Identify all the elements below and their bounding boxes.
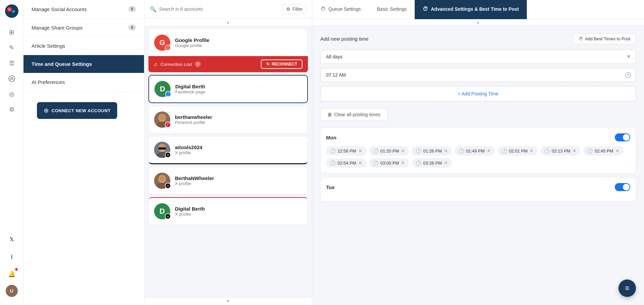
tab-queue-settings[interactable]: ⏱ Queue Settings xyxy=(312,0,369,19)
tab-advanced-settings[interactable]: ⏱ Advanced Settings & Best Time to Post xyxy=(415,0,527,19)
time-input-wrap: 🕐 xyxy=(320,68,636,82)
svg-point-4 xyxy=(12,10,14,12)
time-chip: 🕐 01:49 PM ✕ xyxy=(455,146,495,156)
search-icon: 🔍 xyxy=(150,6,156,12)
right-panel: ⏱ Queue Settings Basic Settings ⏱ Advanc… xyxy=(312,0,644,305)
time-chip: 🕐 02:01 PM ✕ xyxy=(498,146,538,156)
posting-time-section: Add new posting time ⏱ Add Best Times to… xyxy=(320,33,636,108)
nav-twitter[interactable]: 𝕏 xyxy=(5,232,18,246)
remove-time-chip[interactable]: ✕ xyxy=(358,160,362,166)
account-card-aitools-x[interactable]: ✕ aitools2024 X profile xyxy=(148,136,308,164)
user-avatar[interactable]: U xyxy=(6,285,18,297)
avatar-wrap-aitools: ✕ xyxy=(154,142,170,158)
platform-badge-x-aitools: ✕ xyxy=(165,152,171,158)
toggle-mon[interactable] xyxy=(615,133,630,141)
avatar-wrap-berthanwheeler-x: ✕ xyxy=(154,173,170,189)
day-section-tue: Tue xyxy=(320,177,636,202)
nav-compose[interactable]: ✎ xyxy=(5,41,18,54)
time-clock-icon: 🕐 xyxy=(625,72,631,78)
nav-dashboard[interactable]: ⊞ xyxy=(5,26,18,39)
avatar-wrap-google: G G xyxy=(154,35,170,51)
time-chip: 🕐 02:13 PM ✕ xyxy=(540,146,581,156)
svg-rect-16 xyxy=(163,147,166,149)
sidebar-item-manage-share[interactable]: Manage Share Groups 0 xyxy=(24,18,144,37)
chat-button[interactable]: ≡ xyxy=(618,279,636,297)
svg-point-0 xyxy=(5,4,18,18)
remove-time-chip[interactable]: ✕ xyxy=(572,148,577,154)
reconnect-button[interactable]: ↻ RECONNECT xyxy=(261,59,303,69)
day-section-mon: Mon 🕐 12:58 PM ✕ 🕐 01:20 PM ✕ 🕐 01:26 PM xyxy=(320,128,636,173)
time-chip: 🕐 03:28 PM ✕ xyxy=(412,158,452,168)
remove-time-chip[interactable]: ✕ xyxy=(487,148,491,154)
app-logo[interactable] xyxy=(5,4,19,18)
queue-settings-icon: ⏱ xyxy=(320,6,326,12)
nav-posts[interactable]: ☰ xyxy=(5,56,18,70)
add-posting-time-button[interactable]: + Add Posting Time xyxy=(320,86,636,101)
filter-button[interactable]: ⚙ Filter xyxy=(282,4,307,14)
error-icon: ⚠ xyxy=(154,62,158,67)
sidebar-item-time-queue[interactable]: Time and Queue Settings xyxy=(24,55,144,73)
connection-error-banner: ⚠ Connection Lost ? ↻ RECONNECT xyxy=(148,56,308,72)
time-chip: 🕐 02:45 PM ✕ xyxy=(583,146,624,156)
toggle-tue[interactable] xyxy=(615,183,630,191)
right-panel-header: ⏱ Queue Settings Basic Settings ⏱ Advanc… xyxy=(312,0,644,19)
trash-icon: 🗑 xyxy=(327,112,332,117)
search-input[interactable] xyxy=(159,6,280,12)
remove-time-chip[interactable]: ✕ xyxy=(444,148,448,154)
account-card-digitalberth-fb[interactable]: D f Digital Berth Facebook page xyxy=(148,75,308,103)
add-best-times-button[interactable]: ⏱ Add Best Times to Post xyxy=(573,33,636,44)
accounts-list: G G Google Profile Google profile ⚠ Conn… xyxy=(144,26,312,297)
time-chips-mon: 🕐 12:58 PM ✕ 🕐 01:20 PM ✕ 🕐 01:26 PM ✕ 🕐… xyxy=(326,146,630,168)
remove-time-chip[interactable]: ✕ xyxy=(401,160,405,166)
svg-rect-15 xyxy=(158,147,162,149)
days-dropdown[interactable]: All days Weekdays Weekends Monday Tuesda… xyxy=(320,50,636,64)
scroll-up-arrow[interactable]: ▲ xyxy=(226,20,230,25)
nav-rss[interactable] xyxy=(5,72,18,85)
reconnect-icon: ↻ xyxy=(266,62,270,67)
remove-time-chip[interactable]: ✕ xyxy=(401,148,405,154)
remove-time-chip[interactable]: ✕ xyxy=(615,148,619,154)
avatar-wrap-berthanwheeler-p: P xyxy=(154,112,170,128)
chat-icon: ≡ xyxy=(625,284,630,293)
svg-point-9 xyxy=(159,115,165,121)
right-panel-content: Add new posting time ⏱ Add Best Times to… xyxy=(312,25,644,305)
advanced-settings-icon: ⏱ xyxy=(423,6,428,12)
time-chip: 🕐 01:26 PM ✕ xyxy=(412,146,452,156)
nav-notifications[interactable]: 🔔 xyxy=(5,267,18,281)
account-card-berthanwheeler-x[interactable]: ✕ BerthaNWheeler X profile xyxy=(148,167,308,194)
time-input[interactable] xyxy=(320,68,636,82)
section-header: Add new posting time ⏱ Add Best Times to… xyxy=(320,33,636,44)
account-card-google[interactable]: G G Google Profile Google profile ⚠ Conn… xyxy=(148,29,308,72)
error-help-icon[interactable]: ? xyxy=(195,61,201,67)
sidebar-item-manage-social[interactable]: Manage Social Accounts 6 xyxy=(24,0,144,18)
sidebar-item-article-settings[interactable]: Article Settings xyxy=(24,37,144,55)
platform-badge-x-digital: ✕ xyxy=(165,213,171,219)
best-times-icon: ⏱ xyxy=(579,36,583,41)
svg-point-20 xyxy=(159,176,165,182)
content-scroll-up[interactable]: ▲ xyxy=(476,20,480,24)
day-header-tue: Tue xyxy=(326,183,630,191)
remove-time-chip[interactable]: ✕ xyxy=(358,148,362,154)
time-chip: 🕐 03:00 PM ✕ xyxy=(369,158,409,168)
platform-badge-fb: f xyxy=(165,91,171,97)
platform-badge-google: G xyxy=(165,45,171,51)
clear-posting-times-button[interactable]: 🗑 Clear all posting times xyxy=(320,108,387,121)
remove-time-chip[interactable]: ✕ xyxy=(444,160,448,166)
time-chip: 🕐 02:54 PM ✕ xyxy=(326,158,366,168)
time-chip: 🕐 12:58 PM ✕ xyxy=(326,146,366,156)
avatar-wrap-digitalberth-fb: D f xyxy=(154,81,171,97)
tab-basic-settings[interactable]: Basic Settings xyxy=(369,0,415,19)
day-header-mon: Mon xyxy=(326,133,630,141)
connect-new-account-button[interactable]: ⊕ CONNECT NEW ACCOUNT xyxy=(37,102,117,119)
nav-settings[interactable]: ⚙ xyxy=(5,103,18,116)
account-card-digitalberth-x[interactable]: D ✕ Digital Berth X profile xyxy=(148,197,308,225)
remove-time-chip[interactable]: ✕ xyxy=(530,148,534,154)
platform-badge-pinterest: P xyxy=(165,122,171,128)
account-card-berthanwheeler-pinterest[interactable]: P berthanwheeler Pinterest profile xyxy=(148,106,308,133)
days-dropdown-wrap: All days Weekdays Weekends Monday Tuesda… xyxy=(320,50,636,64)
accounts-search-bar: 🔍 ⚙ Filter xyxy=(144,0,312,18)
nav-info[interactable]: ℹ xyxy=(5,250,18,263)
nav-analytics[interactable]: ◎ xyxy=(5,87,18,101)
sidebar-item-ai-preferences[interactable]: AI Preferences xyxy=(24,73,144,91)
scroll-down-arrow[interactable]: ▼ xyxy=(226,299,230,304)
